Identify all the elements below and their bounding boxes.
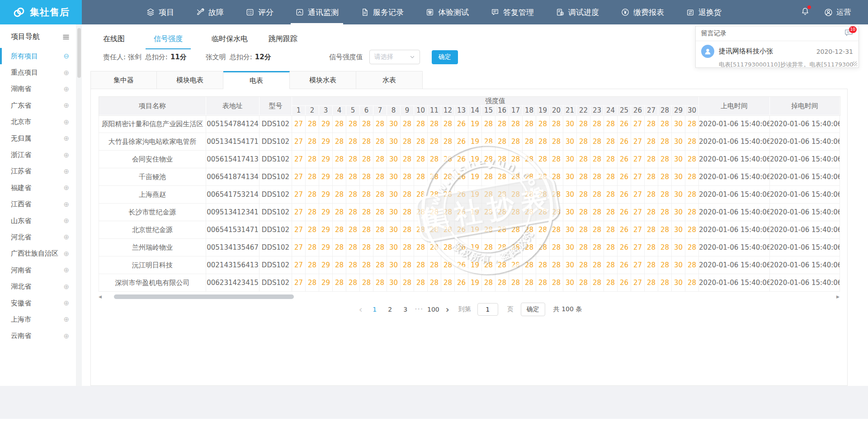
sidebar-scrollbar-track[interactable] — [76, 24, 82, 386]
expand-icon[interactable]: ⊕ — [63, 101, 69, 109]
nav-item-test[interactable]: 体验测试 — [415, 0, 480, 24]
logo[interactable]: 集社售后 — [0, 0, 82, 24]
strength-value-cell: 28 — [536, 256, 550, 274]
sidebar-item[interactable]: 北京市⊕ — [0, 114, 82, 130]
page-number-100[interactable]: 100 — [427, 304, 439, 315]
nav-item-return[interactable]: 退换货 — [675, 0, 732, 24]
sidebar-item[interactable]: 河北省⊕ — [0, 229, 82, 245]
next-page-arrow[interactable]: › — [443, 304, 452, 315]
sidebar-item[interactable]: 福建省⊕ — [0, 180, 82, 196]
view-tab-0[interactable]: 在线图 — [103, 34, 125, 49]
sidebar-item[interactable]: 湖北省⊕ — [0, 278, 82, 294]
notification-bell[interactable] — [800, 6, 810, 18]
meter-tab-1[interactable]: 模块电表 — [157, 71, 223, 89]
expand-icon[interactable]: ⊕ — [63, 266, 69, 274]
strength-value-cell: 28 — [509, 274, 523, 292]
prev-page-arrow[interactable]: ‹ — [356, 304, 365, 315]
strength-value-cell: 28 — [495, 256, 509, 274]
expand-icon[interactable]: ⊕ — [63, 250, 69, 258]
sidebar-item[interactable]: 云南省⊕ — [0, 328, 82, 344]
sidebar-item[interactable]: 浙江省⊕ — [0, 147, 82, 163]
nav-item-monitor[interactable]: 通讯监测 — [284, 0, 349, 24]
strength-value-cell: 28 — [495, 115, 509, 133]
nav-item-reply[interactable]: 答复管理 — [480, 0, 545, 24]
expand-icon[interactable]: ⊕ — [63, 315, 69, 323]
sidebar-item[interactable]: 安徽省⊕ — [0, 295, 82, 311]
nav-item-record[interactable]: 服务记录 — [349, 0, 415, 24]
goto-page-input[interactable] — [477, 303, 498, 316]
scrollbar-track[interactable] — [104, 294, 834, 299]
scrollbar-thumb[interactable] — [114, 294, 294, 299]
view-tab-1[interactable]: 信号强度 — [146, 34, 191, 49]
menu-toggle-icon[interactable] — [62, 33, 70, 41]
goto-confirm-button[interactable]: 确定 — [521, 303, 545, 316]
sidebar-item[interactable]: 广西壮族自治区⊕ — [0, 246, 82, 262]
project-name-cell: 北京世纪金源 — [99, 221, 206, 239]
strength-value-cell: 26 — [455, 204, 468, 221]
sidebar-item[interactable]: 湖南省⊕ — [0, 81, 82, 97]
strength-value-cell: 28 — [495, 239, 509, 256]
panel-resize-handle[interactable] — [853, 62, 857, 66]
strength-value-cell: 30 — [563, 239, 577, 256]
scroll-left-arrow[interactable]: ◀ — [99, 294, 102, 299]
expand-icon[interactable]: ⊕ — [63, 85, 69, 93]
message-icon-button[interactable]: 10 — [844, 29, 853, 38]
strength-value-cell: 28 — [495, 186, 509, 204]
sidebar-item[interactable]: 江西省⊕ — [0, 196, 82, 213]
nav-item-pay[interactable]: 缴费报表 — [610, 0, 675, 24]
nav-item-progress[interactable]: 调试进度 — [545, 0, 610, 24]
sidebar-item[interactable]: 河南省⊕ — [0, 262, 82, 278]
expand-icon[interactable]: ⊕ — [63, 200, 69, 209]
strength-value-cell: 28 — [658, 186, 672, 204]
strength-value-cell: 28 — [401, 221, 414, 239]
strength-value-cell: 28 — [346, 239, 360, 256]
meter-tab-0[interactable]: 集中器 — [90, 71, 157, 89]
expand-icon[interactable]: ⊕ — [63, 299, 69, 307]
view-tab-2[interactable]: 临时保水电 — [212, 34, 248, 49]
signal-strength-select[interactable]: 请选择 — [369, 50, 420, 64]
sidebar-item[interactable]: 山东省⊕ — [0, 213, 82, 229]
nav-item-score[interactable]: 评分 — [235, 0, 284, 24]
expand-icon[interactable]: ⊕ — [63, 283, 69, 291]
view-tab-3[interactable]: 跳闸跟踪 — [269, 34, 297, 49]
meter-tab-3[interactable]: 模块水表 — [290, 71, 356, 89]
page-number-1[interactable]: 1 — [369, 304, 381, 315]
project-name-cell: 上海燕赵 — [99, 186, 206, 204]
sidebar-item[interactable]: 所有项目⊖ — [0, 48, 82, 64]
sidebar-item[interactable]: 重点项目⊕ — [0, 64, 82, 81]
strength-value-cell: 28 — [401, 151, 414, 168]
message-item[interactable]: 捷讯网络科技小张 2020-12-31 电表[511793000110]抄读异常… — [696, 41, 859, 69]
meter-tab-2[interactable]: 电表 — [223, 71, 290, 89]
expand-icon[interactable]: ⊕ — [63, 151, 69, 159]
strength-value-cell: 28 — [428, 239, 441, 256]
expand-icon[interactable]: ⊕ — [63, 233, 69, 241]
meter-tab-4[interactable]: 水表 — [356, 71, 423, 89]
page-unit-label: 页 — [507, 305, 514, 313]
expand-icon[interactable]: ⊕ — [63, 217, 69, 225]
expand-icon[interactable]: ⊕ — [63, 167, 69, 176]
expand-icon[interactable]: ⊕ — [63, 134, 69, 142]
sidebar-item[interactable]: 无归属⊕ — [0, 130, 82, 147]
filter-confirm-button[interactable]: 确定 — [432, 50, 458, 64]
page-number-3[interactable]: 3 — [400, 304, 411, 315]
expand-icon[interactable]: ⊕ — [63, 69, 69, 77]
scroll-right-arrow[interactable]: ▶ — [836, 294, 840, 299]
strength-value-cell: 19 — [468, 186, 482, 204]
nav-item-tools[interactable]: 故障 — [185, 0, 235, 24]
expand-icon[interactable]: ⊕ — [63, 332, 69, 340]
sidebar-item-label: 江西省 — [11, 200, 31, 209]
expand-icon[interactable]: ⊕ — [63, 118, 69, 126]
sidebar-item[interactable]: 江苏省⊕ — [0, 163, 82, 180]
collapse-icon[interactable]: ⊖ — [63, 52, 69, 60]
sidebar-item[interactable]: 上海市⊕ — [0, 311, 82, 327]
sidebar-scrollbar-thumb[interactable] — [77, 28, 81, 78]
sidebar-item[interactable]: 广东省⊕ — [0, 97, 82, 114]
page-number-2[interactable]: 2 — [384, 304, 396, 315]
model-cell: DDS102 — [259, 115, 292, 133]
table-row: 大竹县徐家沟电站欧家电管所005134154171DDS102272829282… — [99, 133, 840, 151]
logo-icon — [12, 5, 26, 19]
strength-value-cell: 28 — [604, 204, 618, 221]
expand-icon[interactable]: ⊕ — [63, 184, 69, 192]
user-menu[interactable]: 运营 — [824, 8, 851, 17]
nav-item-layers[interactable]: 项目 — [135, 0, 185, 24]
